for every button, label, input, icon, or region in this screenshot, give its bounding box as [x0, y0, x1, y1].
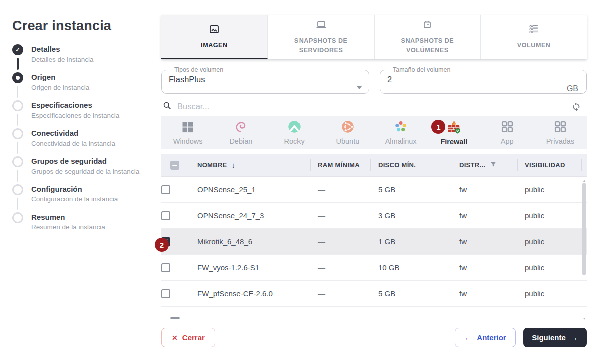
wizard-stepper: ✓ Detalles Detalles de instancia Origen … — [12, 44, 144, 240]
search-input[interactable] — [177, 102, 478, 111]
step-label: Conectividad — [31, 129, 115, 138]
step-sublabel: Resumen de la instancia — [31, 223, 105, 231]
scrollbar-thumb[interactable] — [582, 183, 586, 275]
tab-label: IMAGEN — [201, 41, 228, 50]
search-icon — [162, 101, 172, 112]
row-checkbox[interactable] — [161, 185, 170, 194]
create-instance-page: Crear instancia ✓ Detalles Detalles de i… — [0, 0, 597, 364]
disk-min: 10 GB — [370, 263, 447, 272]
app-grid-icon — [500, 120, 514, 136]
annotation-badge-2: 2 — [155, 238, 169, 252]
row-checkbox[interactable] — [161, 289, 170, 298]
os-filter-privadas[interactable]: Privadas — [534, 116, 587, 149]
step-especificaciones[interactable]: Especificaciones Especificaciones de ins… — [12, 100, 144, 128]
ram-min: — — [310, 185, 370, 194]
step-label: Especificaciones — [31, 101, 119, 110]
image-name: OPNSense_25_1 — [188, 185, 310, 194]
volume-size-label: Tamaño del volumen — [390, 67, 453, 73]
volume-type-label: Tipos de volumen — [172, 67, 226, 73]
partial-next-row-checkbox — [170, 317, 180, 319]
arrow-left-icon: ← — [464, 333, 472, 342]
step-configuracion[interactable]: Configuración Configuración de la instan… — [12, 184, 144, 212]
os-filter-label: App — [501, 137, 514, 145]
visibility: public — [517, 289, 582, 298]
step-label: Grupos de seguridad — [31, 157, 139, 166]
os-filter-label: Privadas — [546, 137, 574, 145]
source-panel: IMAGEN SNAPSHOTS DE SERVIDORES — [161, 0, 587, 364]
step-grupos-seguridad[interactable]: Grupos de seguridad Grupos de seguridad … — [12, 156, 144, 184]
os-filter-windows[interactable]: Windows — [161, 116, 214, 149]
os-filter-ubuntu[interactable]: Ubuntu — [321, 116, 374, 149]
refresh-icon — [571, 106, 582, 113]
row-checkbox[interactable] — [161, 211, 170, 220]
image-name: OPNSense_24_7_3 — [188, 211, 310, 220]
images-table: 2 NOMBRE ↓ RAM MÍNIMA DISCO MÍN. DISTR..… — [161, 154, 587, 323]
windows-icon — [181, 120, 195, 136]
ubuntu-icon — [341, 120, 355, 136]
volume-snapshot-icon — [421, 19, 433, 33]
private-grid-icon — [553, 120, 567, 136]
step-conectividad[interactable]: Conectividad Conectividad de la instanci… — [12, 128, 144, 156]
step-connector — [17, 170, 18, 182]
step-sublabel: Especificaciones de instancia — [31, 112, 119, 120]
step-label: Resumen — [31, 213, 105, 222]
tab-snapshots-volumenes[interactable]: SNAPSHOTS DE VOLÚMENES — [375, 15, 481, 59]
filter-funnel-icon[interactable] — [490, 161, 497, 169]
table-row[interactable]: OPNSense_25_1 — 5 GB fw public — [161, 177, 587, 203]
rocky-icon — [287, 120, 302, 136]
visibility: public — [517, 211, 582, 220]
os-filter-debian[interactable]: Debian — [214, 116, 267, 149]
scroll-up-icon[interactable]: ▲ — [582, 179, 587, 183]
volume-size-value: 2 — [387, 75, 579, 84]
tab-imagen[interactable]: IMAGEN — [161, 15, 268, 59]
disk-min: 5 GB — [370, 289, 447, 298]
refresh-button[interactable] — [570, 100, 583, 113]
row-checkbox[interactable] — [161, 263, 170, 272]
visibility: public — [517, 185, 582, 194]
image-name: FW_pfSense-CE-2.6.0 — [188, 289, 310, 298]
scroll-down-icon[interactable]: ▼ — [582, 317, 587, 321]
volume-list-icon — [528, 23, 540, 37]
tab-volumen[interactable]: VOLUMEN — [481, 15, 587, 59]
ram-min: — — [310, 211, 370, 220]
step-label: Detalles — [31, 45, 94, 54]
volume-size-field[interactable]: Tamaño del volumen 2 GB — [380, 67, 587, 94]
volume-type-select[interactable]: Tipos de volumen FlashPlus — [161, 67, 369, 94]
os-filter-firewall[interactable]: 1 Firewall — [427, 116, 480, 149]
select-all-checkbox[interactable] — [170, 161, 179, 170]
os-filter-almalinux[interactable]: Almalinux — [374, 116, 427, 149]
tab-label: SNAPSHOTS DE VOLÚMENES — [382, 36, 474, 54]
tab-label: SNAPSHOTS DE SERVIDORES — [275, 36, 367, 54]
distro: fw — [447, 289, 517, 298]
check-icon: ✓ — [15, 47, 20, 53]
column-header-nombre[interactable]: NOMBRE ↓ — [188, 154, 310, 176]
step-resumen[interactable]: Resumen Resumen de la instancia — [12, 212, 144, 240]
close-button[interactable]: ✕ Cerrar — [161, 328, 215, 347]
sort-desc-icon[interactable]: ↓ — [232, 161, 236, 169]
tab-snapshots-servidores[interactable]: SNAPSHOTS DE SERVIDORES — [268, 15, 375, 59]
next-button[interactable]: Siguiente → — [523, 328, 587, 347]
wizard-sidebar: Crear instancia ✓ Detalles Detalles de i… — [0, 0, 150, 364]
step-sublabel: Origen de instancia — [31, 84, 89, 92]
column-header-distr[interactable]: DISTR... — [447, 154, 517, 176]
table-row[interactable]: FW_pfSense-CE-2.6.0 — 5 GB fw public — [161, 281, 587, 307]
step-origen[interactable]: Origen Origen de instancia — [12, 72, 144, 100]
column-header-ram[interactable]: RAM MÍNIMA — [310, 154, 370, 176]
step-sublabel: Conectividad de la instancia — [31, 140, 115, 148]
step-sublabel: Detalles de instancia — [31, 56, 94, 64]
distro: fw — [447, 263, 517, 272]
table-row[interactable]: FW_vyos-1.2.6-S1 — 10 GB fw public — [161, 255, 587, 281]
column-header-disco[interactable]: DISCO MÍN. — [370, 154, 447, 176]
column-header-visibilidad[interactable]: VISIBILIDAD — [517, 154, 582, 176]
table-row-selected[interactable]: ✓ Mikrotik_6_48_6 — 1 GB fw public — [161, 229, 587, 255]
ram-min: — — [310, 263, 370, 272]
previous-button[interactable]: ← Anterior — [455, 328, 516, 347]
os-filter-app[interactable]: App — [481, 116, 534, 149]
laptop-icon — [315, 19, 327, 33]
os-filter-rocky[interactable]: Rocky — [268, 116, 321, 149]
visibility: public — [517, 237, 582, 246]
table-row[interactable]: OPNSense_24_7_3 — 3 GB fw public — [161, 203, 587, 229]
table-scrollbar[interactable]: ▲ ▼ — [582, 177, 587, 323]
ram-min: — — [310, 237, 370, 246]
step-detalles[interactable]: ✓ Detalles Detalles de instancia — [12, 44, 144, 72]
